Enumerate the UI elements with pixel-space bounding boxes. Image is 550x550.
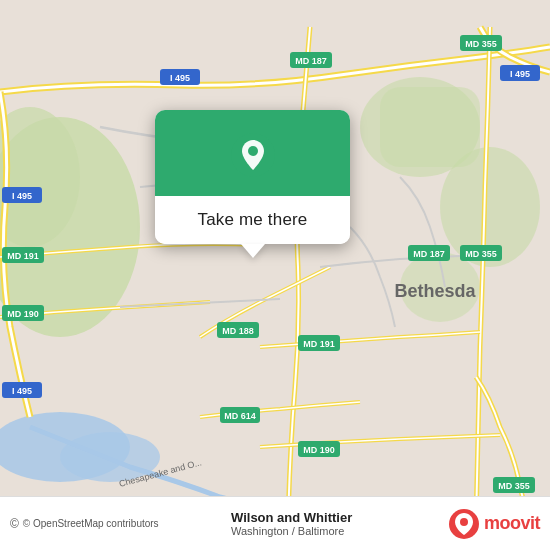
svg-point-42 (248, 146, 258, 156)
svg-text:MD 191: MD 191 (303, 339, 335, 349)
moovit-icon (448, 508, 480, 540)
location-name: Wilson and Whittier (231, 510, 448, 525)
svg-text:MD 191: MD 191 (7, 251, 39, 261)
svg-text:I 495: I 495 (12, 386, 32, 396)
svg-text:MD 355: MD 355 (465, 249, 497, 259)
svg-text:I 495: I 495 (510, 69, 530, 79)
svg-text:MD 355: MD 355 (465, 39, 497, 49)
map-svg: I 495 MD 187 MD 355 I 495 MD 191 I 495 M… (0, 0, 550, 550)
copyright-symbol: © (10, 517, 19, 531)
region-name: Washington / Baltimore (231, 525, 448, 537)
svg-rect-6 (380, 87, 480, 167)
map-container: I 495 MD 187 MD 355 I 495 MD 191 I 495 M… (0, 0, 550, 550)
bottom-bar: © © OpenStreetMap contributors Wilson an… (0, 496, 550, 550)
moovit-text: moovit (484, 513, 540, 534)
svg-text:MD 614: MD 614 (224, 411, 256, 421)
svg-text:MD 190: MD 190 (7, 309, 39, 319)
svg-text:I 495: I 495 (170, 73, 190, 83)
osm-attribution: © © OpenStreetMap contributors (10, 517, 227, 531)
svg-text:MD 188: MD 188 (222, 326, 254, 336)
svg-text:I 495: I 495 (12, 191, 32, 201)
osm-text: © OpenStreetMap contributors (23, 518, 159, 529)
svg-text:MD 187: MD 187 (413, 249, 445, 259)
popup-top (155, 110, 350, 196)
moovit-logo: moovit (448, 508, 540, 540)
location-pin-icon (230, 132, 276, 178)
popup-card: Take me there (155, 110, 350, 244)
svg-text:MD 187: MD 187 (295, 56, 327, 66)
svg-text:Bethesda: Bethesda (394, 281, 476, 301)
svg-point-44 (460, 518, 468, 526)
svg-text:MD 190: MD 190 (303, 445, 335, 455)
take-me-there-button[interactable]: Take me there (198, 210, 308, 230)
svg-text:MD 355: MD 355 (498, 481, 530, 491)
popup-bottom[interactable]: Take me there (155, 196, 350, 244)
